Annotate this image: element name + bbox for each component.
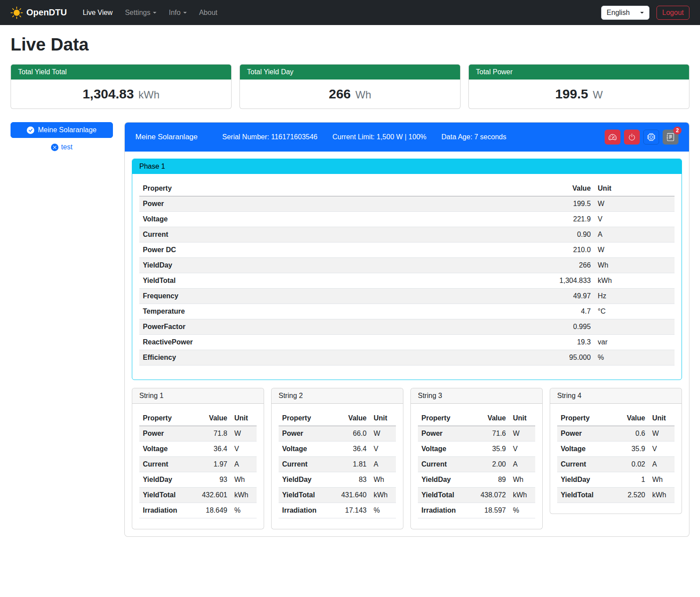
property-value: 71.6 <box>469 426 509 441</box>
string-4-table: Property Value Unit Power <box>557 411 675 503</box>
property-unit: V <box>594 212 675 227</box>
property-name: YieldTotal <box>139 488 191 503</box>
logout-button[interactable]: Logout <box>656 6 689 20</box>
property-value: 89 <box>469 472 509 488</box>
property-name: YieldTotal <box>557 488 609 503</box>
col-unit: Unit <box>649 411 675 426</box>
col-unit: Unit <box>594 181 675 196</box>
property-unit: V <box>231 441 257 457</box>
property-unit: W <box>594 242 675 258</box>
total-power-card: Total Power 199.5 W <box>468 64 689 109</box>
table-header-row: Property Value Unit <box>557 411 675 426</box>
property-unit: Hz <box>594 289 675 304</box>
cpu-icon <box>647 133 655 141</box>
col-unit: Unit <box>370 411 396 426</box>
property-unit: Wh <box>649 472 675 488</box>
property-name: YieldTotal <box>139 273 514 289</box>
language-select[interactable]: English <box>601 6 649 20</box>
nav-about[interactable]: About <box>194 5 223 20</box>
col-property: Property <box>139 181 514 196</box>
property-name: ReactivePower <box>139 335 514 350</box>
event-count-badge: 2 <box>673 127 682 134</box>
language-value: English <box>607 9 630 17</box>
property-name: Voltage <box>418 441 469 457</box>
property-unit: A <box>649 457 675 472</box>
table-row: Voltage 35.9 V <box>557 441 675 457</box>
total-yield-day-value: 266 <box>329 87 351 101</box>
property-unit: % <box>509 503 535 518</box>
page-title: Live Data <box>11 35 689 54</box>
nav-info[interactable]: Info <box>163 5 192 20</box>
property-value: 199.5 <box>514 196 595 212</box>
table-row: Temperature 4.7 °C <box>139 304 675 319</box>
inverter-limit: Current Limit: 1,500 W | 100% <box>333 133 427 141</box>
property-value: 18.649 <box>191 503 231 518</box>
string-1-table: Property Value Unit Power <box>139 411 257 518</box>
property-name: Voltage <box>139 441 191 457</box>
power-icon <box>628 133 636 141</box>
property-unit: W <box>370 426 396 441</box>
col-unit: Unit <box>231 411 257 426</box>
property-unit: A <box>509 457 535 472</box>
property-name: Power <box>279 426 330 441</box>
property-name: Frequency <box>139 289 514 304</box>
property-value: 438.072 <box>469 488 509 503</box>
table-row: Current 0.90 A <box>139 227 675 242</box>
inverter-select-test[interactable]: test <box>11 143 113 151</box>
property-value: 49.97 <box>514 289 595 304</box>
card-body: 199.5 W <box>469 80 689 109</box>
property-name: Irradiation <box>139 503 191 518</box>
x-circle-icon <box>51 144 58 151</box>
nav-settings-label: Settings <box>125 9 150 17</box>
brand[interactable]: OpenDTU <box>11 7 67 19</box>
property-value: 1,304.833 <box>514 273 595 289</box>
table-row: ReactivePower 19.3 var <box>139 335 675 350</box>
col-unit: Unit <box>509 411 535 426</box>
string-2-card: String 2 Property Value Unit <box>271 388 403 529</box>
string-title: String 2 <box>272 388 403 404</box>
col-value: Value <box>191 411 231 426</box>
table-row: YieldDay 1 Wh <box>557 472 675 488</box>
property-name: Power <box>418 426 469 441</box>
property-unit: A <box>594 227 675 242</box>
event-log-button[interactable]: 2 <box>663 130 678 145</box>
nav-live-view[interactable]: Live View <box>77 5 118 20</box>
phase-title: Phase 1 <box>132 159 682 174</box>
property-value: 266 <box>514 258 595 273</box>
nav-settings[interactable]: Settings <box>120 5 162 20</box>
property-unit: % <box>231 503 257 518</box>
check-circle-icon <box>27 127 34 134</box>
table-row: Power 71.8 W <box>139 426 257 441</box>
device-info-button[interactable] <box>643 130 659 145</box>
phase-body: Property Value Unit Power <box>132 174 682 380</box>
property-name: YieldDay <box>279 472 330 488</box>
col-value: Value <box>514 181 595 196</box>
total-yield-day-unit: Wh <box>355 89 371 101</box>
table-row: YieldTotal 432.601 kWh <box>139 488 257 503</box>
inverter-sidebar: Meine Solaranlage test <box>11 122 113 151</box>
table-row: Power 0.6 W <box>557 426 675 441</box>
property-unit: % <box>594 350 675 365</box>
table-row: Current 1.97 A <box>139 457 257 472</box>
col-property: Property <box>418 411 469 426</box>
col-property: Property <box>557 411 609 426</box>
string-body: Property Value Unit Power <box>550 404 682 514</box>
string-title: String 1 <box>132 388 264 404</box>
limit-settings-button[interactable] <box>605 130 620 145</box>
property-value: 95.000 <box>514 350 595 365</box>
property-value: 36.4 <box>191 441 231 457</box>
summary-cards: Total Yield Total 1,304.83 kWh Total Yie… <box>11 64 689 109</box>
string-title: String 4 <box>550 388 682 404</box>
property-name: Power <box>557 426 609 441</box>
property-value: 221.9 <box>514 212 595 227</box>
inverter-select-button[interactable]: Meine Solaranlage <box>11 122 113 138</box>
table-header-row: Property Value Unit <box>418 411 535 426</box>
table-row: Current 1.81 A <box>279 457 396 472</box>
property-unit: A <box>231 457 257 472</box>
property-value: 36.4 <box>330 441 370 457</box>
property-unit: V <box>509 441 535 457</box>
property-unit <box>594 319 675 335</box>
property-name: Voltage <box>279 441 330 457</box>
power-button[interactable] <box>624 130 640 145</box>
property-value: 0.02 <box>609 457 649 472</box>
